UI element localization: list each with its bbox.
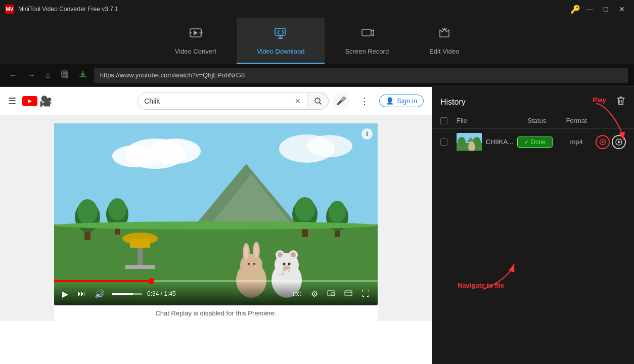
url-input[interactable] <box>94 68 628 83</box>
header-status: Status <box>517 117 557 124</box>
row-check <box>440 139 452 146</box>
miniplayer-button[interactable] <box>325 288 337 299</box>
maximize-button[interactable]: □ <box>599 4 613 14</box>
svg-point-51 <box>288 270 290 272</box>
header-file: File <box>457 117 513 124</box>
svg-point-17 <box>77 199 98 224</box>
svg-rect-27 <box>125 265 155 269</box>
back-button[interactable]: ← <box>6 69 20 82</box>
svg-point-38 <box>253 263 255 265</box>
tab-video-download[interactable]: Video Download <box>237 18 325 64</box>
format-cell: mp4 <box>561 138 592 146</box>
yt-mic-button[interactable]: 🎤 <box>333 93 350 110</box>
row-checkbox[interactable] <box>440 139 447 146</box>
edit-video-icon <box>437 26 451 43</box>
close-button[interactable]: ✕ <box>615 4 629 14</box>
title-bar: MV MiniTool Video Converter Free v3.7.1 … <box>0 0 634 18</box>
svg-point-23 <box>295 197 315 221</box>
table-row: CHIIKA... ✓ Done mp4 <box>432 129 634 155</box>
video-convert-icon <box>189 26 203 43</box>
svg-point-34 <box>244 245 248 259</box>
yt-search-container: ✕ 🎤 <box>138 93 350 110</box>
tab-edit-video[interactable]: Edit Video <box>409 18 479 64</box>
navigate-annotation-label: Navigate to file <box>458 282 504 289</box>
video-player[interactable]: i ▶ ⏭ 🔊 0:34 / 1:45 C <box>54 123 378 305</box>
screen-record-icon <box>360 26 374 43</box>
yt-search-input[interactable] <box>144 97 293 105</box>
download-nav-button[interactable] <box>76 68 90 82</box>
svg-point-8 <box>150 139 201 164</box>
video-time: 0:34 / 1:45 <box>147 290 176 297</box>
nav-tabs: Video Convert Video Download Screen Reco… <box>0 18 634 64</box>
history-header: History <box>432 87 634 113</box>
yt-search-button[interactable] <box>307 93 329 110</box>
tab-screen-record[interactable]: Screen Record <box>325 18 409 64</box>
yt-signin-button[interactable]: 👤 Sign in <box>379 95 424 107</box>
main-content: ☰ 🎥 ✕ 🎤 ⋮ 👤 <box>0 87 634 364</box>
yt-search-clear-icon[interactable]: ✕ <box>295 97 301 105</box>
minimize-button[interactable]: — <box>582 4 597 14</box>
svg-point-26 <box>329 201 346 223</box>
svg-point-53 <box>54 221 378 230</box>
svg-point-46 <box>283 263 286 265</box>
title-bar-left: MV MiniTool Video Converter Free v3.7.1 <box>5 5 118 14</box>
yt-logo: 🎥 <box>22 95 52 107</box>
svg-rect-56 <box>345 291 352 296</box>
svg-point-45 <box>291 252 296 257</box>
fullscreen-button[interactable]: ⛶ <box>359 288 372 299</box>
status-cell: ✓ Done <box>517 136 557 148</box>
history-table-header: File Status Format <box>432 113 634 129</box>
play-button[interactable]: ▶ <box>60 288 70 300</box>
address-bar: ← → ⌂ <box>0 64 634 87</box>
svg-point-9 <box>112 145 158 167</box>
svg-rect-30 <box>130 239 150 248</box>
yt-header: ☰ 🎥 ✕ 🎤 ⋮ 👤 <box>0 87 432 115</box>
app-icon: MV <box>5 5 14 14</box>
format-tag: mp4 <box>570 138 583 146</box>
yt-logo-red <box>22 96 37 106</box>
video-area: i ▶ ⏭ 🔊 0:34 / 1:45 C <box>0 115 432 321</box>
svg-rect-55 <box>331 293 334 295</box>
select-all-checkbox[interactable] <box>440 117 447 124</box>
info-overlay[interactable]: i <box>361 128 373 140</box>
yt-more-icon[interactable]: ⋮ <box>360 96 369 107</box>
theater-button[interactable] <box>342 288 354 299</box>
yt-hamburger-icon[interactable]: ☰ <box>8 96 16 107</box>
svg-point-39 <box>249 265 254 268</box>
svg-point-50 <box>283 268 286 271</box>
subtitles-button[interactable]: CC <box>290 289 304 299</box>
delete-all-button[interactable] <box>616 95 626 109</box>
next-button[interactable]: ⏭ <box>75 288 87 299</box>
volume-bar[interactable] <box>112 293 142 295</box>
svg-point-47 <box>288 263 291 265</box>
yt-account-icon: 👤 <box>386 97 394 105</box>
svg-point-68 <box>602 141 604 143</box>
file-name: CHIIKA... <box>486 138 513 146</box>
header-format: Format <box>561 117 592 124</box>
svg-point-36 <box>254 244 258 258</box>
status-badge: ✓ Done <box>517 136 553 148</box>
clipboard-button[interactable] <box>58 68 72 82</box>
navigate-to-file-button[interactable] <box>596 135 610 149</box>
svg-point-43 <box>278 252 283 257</box>
volume-button[interactable]: 🔊 <box>93 288 107 300</box>
svg-point-20 <box>108 198 126 220</box>
tab-video-convert-label: Video Convert <box>175 48 216 55</box>
tab-video-download-label: Video Download <box>257 48 304 55</box>
key-icon: 🔑 <box>570 5 580 14</box>
play-history-button[interactable] <box>612 135 626 149</box>
cartoon-scene <box>54 123 378 305</box>
tab-video-convert[interactable]: Video Convert <box>155 18 237 64</box>
svg-marker-70 <box>618 141 621 144</box>
file-name-text: CHIIKA... <box>486 138 513 146</box>
forward-button[interactable]: → <box>24 69 38 82</box>
browser-pane: ☰ 🎥 ✕ 🎤 ⋮ 👤 <box>0 87 432 364</box>
yt-logo-cam-icon: 🎥 <box>39 95 52 107</box>
title-bar-right: 🔑 — □ ✕ <box>570 4 629 14</box>
svg-rect-2 <box>362 29 371 36</box>
tab-screen-record-label: Screen Record <box>345 48 389 55</box>
header-check <box>440 117 452 124</box>
home-button[interactable]: ⌂ <box>42 69 54 82</box>
settings-button[interactable]: ⚙ <box>309 288 320 300</box>
thumbnail <box>457 133 482 151</box>
